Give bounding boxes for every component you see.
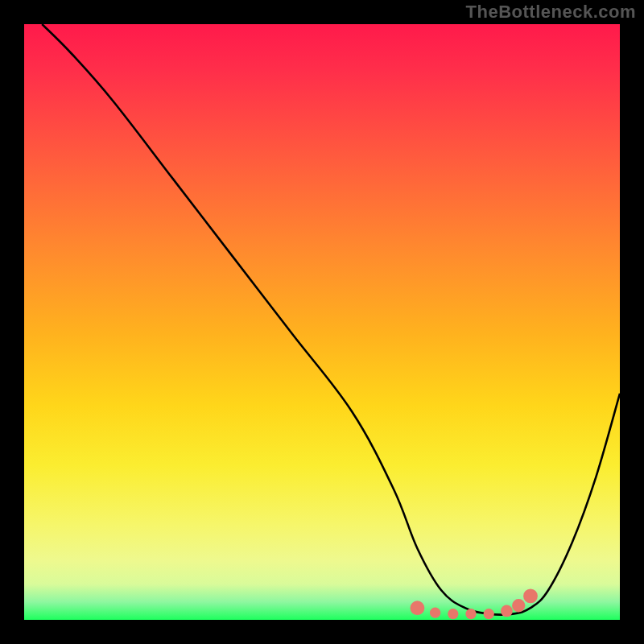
- flat-region-dot-1: [430, 607, 440, 617]
- flat-region-dot-3: [465, 609, 476, 619]
- plot-area: [24, 24, 620, 620]
- flat-region-right-cap: [523, 589, 538, 604]
- chart-frame: TheBottleneck.com: [0, 0, 644, 644]
- watermark-text: TheBottleneck.com: [466, 2, 636, 23]
- flat-region-dot-4: [484, 609, 494, 619]
- flat-region-right-1: [501, 605, 513, 617]
- bottleneck-curve-path: [42, 24, 620, 615]
- flat-region-right-2: [512, 599, 525, 612]
- flat-region-left-cap: [411, 601, 425, 615]
- flat-region-markers: [411, 589, 538, 620]
- flat-region-dot-2: [448, 609, 458, 619]
- curve-svg: [24, 24, 620, 620]
